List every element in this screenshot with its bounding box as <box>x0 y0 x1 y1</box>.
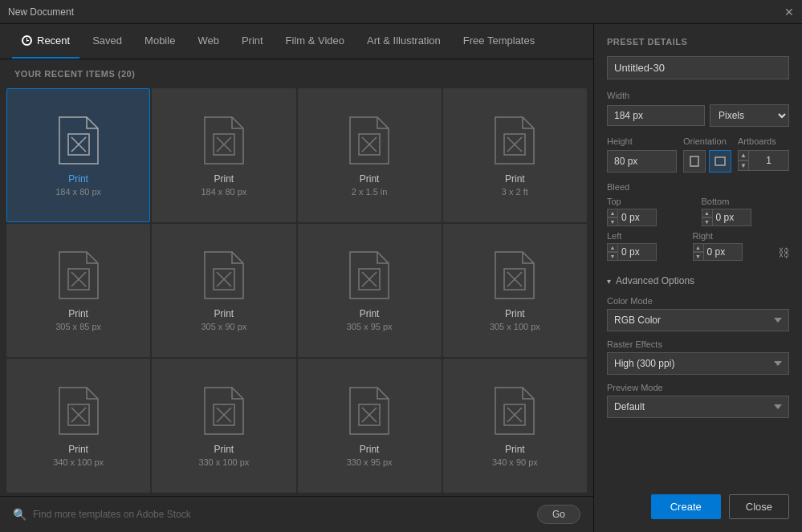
height-input[interactable] <box>607 150 677 173</box>
search-input[interactable] <box>33 509 531 520</box>
unit-select[interactable]: Pixels Inches Centimeters Millimeters Po… <box>710 104 789 127</box>
items-grid: Print 184 x 80 px Print 184 x 80 px <box>0 85 593 496</box>
bleed-left-input[interactable] <box>618 243 657 261</box>
create-button[interactable]: Create <box>651 494 721 519</box>
preview-mode-select[interactable]: Default Pixel Overprint <box>607 396 789 418</box>
item-size: 2 x 1.5 in <box>352 187 388 197</box>
bleed-right-input[interactable] <box>704 243 743 261</box>
bleed-bottom-decrement[interactable]: ▼ <box>702 217 713 226</box>
list-item[interactable]: Print 340 x 90 px <box>443 359 587 493</box>
item-size: 184 x 80 px <box>55 187 101 197</box>
left-panel: Recent Saved Mobile Web Print Film & Vid… <box>0 24 593 532</box>
bleed-top-field: Top ▲ ▼ <box>607 197 695 226</box>
bleed-bottom-input[interactable] <box>713 209 751 226</box>
file-icon <box>494 116 535 165</box>
height-orient-row: Height Orientation Artboards <box>607 136 789 173</box>
list-item[interactable]: Print 330 x 95 px <box>298 359 442 493</box>
tabs-bar: Recent Saved Mobile Web Print Film & Vid… <box>0 24 593 59</box>
bleed-right-decrement[interactable]: ▼ <box>693 252 704 261</box>
chevron-down-icon: ▾ <box>607 277 611 286</box>
bleed-left-increment[interactable]: ▲ <box>607 243 618 252</box>
list-item[interactable]: Print 184 x 80 px <box>152 88 295 222</box>
tab-recent[interactable]: Recent <box>12 24 79 59</box>
artboards-increment-button[interactable]: ▲ <box>738 150 749 160</box>
title-bar: New Document ✕ <box>0 0 802 24</box>
artboards-decrement-button[interactable]: ▼ <box>738 160 749 171</box>
file-icon <box>58 386 100 436</box>
width-label: Width <box>607 91 789 100</box>
list-item[interactable]: Print 3 x 2 ft <box>443 88 587 222</box>
tab-saved[interactable]: Saved <box>83 24 132 59</box>
item-name: Print <box>360 308 380 319</box>
item-name: Print <box>68 444 88 455</box>
item-size: 184 x 80 px <box>201 187 246 197</box>
item-size: 305 x 90 px <box>201 322 246 331</box>
raster-effects-field: Raster Effects High (300 ppi) Medium (15… <box>607 339 789 375</box>
raster-effects-select[interactable]: High (300 ppi) Medium (150 ppi) Screen (… <box>607 352 789 375</box>
tab-mobile[interactable]: Mobile <box>135 24 185 59</box>
item-size: 330 x 100 px <box>198 457 249 467</box>
go-button[interactable]: Go <box>537 505 580 524</box>
tab-film-video[interactable]: Film & Video <box>276 24 354 59</box>
clock-icon <box>22 35 32 46</box>
preview-mode-label: Preview Mode <box>607 383 789 392</box>
list-item[interactable]: Print 305 x 90 px <box>152 224 295 358</box>
file-icon <box>348 386 390 436</box>
item-name: Print <box>505 173 525 185</box>
preview-mode-field: Preview Mode Default Pixel Overprint <box>607 383 789 418</box>
item-name: Print <box>505 308 525 319</box>
bleed-left-label: Left <box>607 231 686 241</box>
advanced-options-toggle[interactable]: ▾ Advanced Options <box>607 275 789 286</box>
tab-web[interactable]: Web <box>188 24 229 59</box>
close-button[interactable]: Close <box>729 494 789 519</box>
title-close-button[interactable]: ✕ <box>784 6 794 18</box>
link-icon[interactable]: ⛓ <box>778 246 789 259</box>
item-name: Print <box>68 173 88 185</box>
portrait-button[interactable] <box>683 150 706 173</box>
bleed-right-increment[interactable]: ▲ <box>693 243 704 252</box>
bleed-top-increment[interactable]: ▲ <box>607 209 618 217</box>
list-item[interactable]: Print 305 x 100 px <box>443 224 587 358</box>
file-icon <box>348 116 390 165</box>
bleed-left-decrement[interactable]: ▼ <box>607 252 618 261</box>
item-name: Print <box>360 444 380 455</box>
width-input[interactable] <box>607 105 705 126</box>
bleed-label: Bleed <box>607 182 789 192</box>
file-icon <box>348 250 390 300</box>
item-size: 340 x 100 px <box>53 457 104 467</box>
list-item[interactable]: Print 305 x 85 px <box>6 224 150 358</box>
list-item[interactable]: Print 184 x 80 px <box>6 88 150 222</box>
bottom-buttons: Create Close <box>607 481 789 519</box>
landscape-button[interactable] <box>709 150 731 173</box>
item-size: 3 x 2 ft <box>502 187 528 197</box>
bleed-top-decrement[interactable]: ▼ <box>607 217 618 226</box>
bleed-bottom-increment[interactable]: ▲ <box>702 209 713 217</box>
bleed-bottom-label: Bottom <box>702 197 790 206</box>
list-item[interactable]: Print 2 x 1.5 in <box>298 88 442 222</box>
item-name: Print <box>214 444 234 455</box>
list-item[interactable]: Print 330 x 100 px <box>152 359 295 493</box>
tab-art-illustration[interactable]: Art & Illustration <box>357 24 450 59</box>
tab-print[interactable]: Print <box>232 24 273 59</box>
width-field: Width Pixels Inches Centimeters Millimet… <box>607 91 789 127</box>
item-name: Print <box>68 308 88 319</box>
recent-header: YOUR RECENT ITEMS (20) <box>0 59 593 85</box>
file-icon <box>58 116 100 165</box>
bleed-top-input[interactable] <box>618 209 657 226</box>
artboards-stepper: ▲ ▼ <box>738 150 789 171</box>
item-name: Print <box>214 173 234 185</box>
list-item[interactable]: Print 305 x 95 px <box>298 224 442 358</box>
list-item[interactable]: Print 340 x 100 px <box>6 359 150 493</box>
artboards-input[interactable] <box>749 150 789 171</box>
color-mode-label: Color Mode <box>607 296 789 306</box>
document-name-input[interactable] <box>607 56 789 79</box>
color-mode-field: Color Mode RGB Color CMYK Color Grayscal… <box>607 296 789 331</box>
right-panel: PRESET DETAILS Width Pixels Inches Centi… <box>593 24 802 532</box>
bleed-left-field: Left ▲ ▼ <box>607 231 686 261</box>
raster-effects-label: Raster Effects <box>607 339 789 349</box>
file-icon <box>203 386 245 436</box>
bleed-bottom-field: Bottom ▲ ▼ <box>702 197 790 226</box>
tab-free-templates[interactable]: Free Templates <box>454 24 544 59</box>
color-mode-select[interactable]: RGB Color CMYK Color Grayscale <box>607 309 789 331</box>
item-size: 305 x 85 px <box>55 322 101 331</box>
